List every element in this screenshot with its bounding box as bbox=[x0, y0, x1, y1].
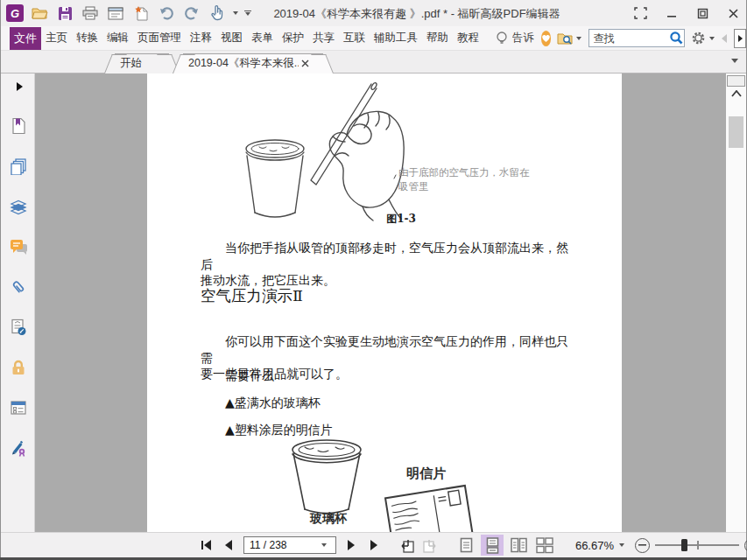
zoom-slider[interactable] bbox=[655, 538, 739, 552]
view-mode-buttons bbox=[455, 535, 556, 556]
folder-search-button[interactable] bbox=[557, 32, 581, 46]
previous-view-button[interactable] bbox=[397, 536, 418, 555]
layers-panel-button[interactable] bbox=[10, 198, 27, 215]
paperclip-icon bbox=[10, 278, 27, 296]
undo-button[interactable] bbox=[157, 4, 176, 23]
settings-caret-icon bbox=[709, 37, 715, 40]
single-page-view-button[interactable] bbox=[455, 535, 477, 556]
restore-layout-icon[interactable] bbox=[634, 7, 647, 19]
figure1-caption: 图1-3 bbox=[370, 212, 432, 227]
print-button[interactable] bbox=[81, 4, 100, 23]
digital-stamp-panel-button[interactable] bbox=[10, 318, 27, 336]
redo-button[interactable] bbox=[182, 4, 201, 23]
overflow-arrow-icon bbox=[738, 35, 743, 42]
next-view-button[interactable] bbox=[419, 536, 440, 555]
document-properties-button[interactable] bbox=[106, 4, 125, 23]
find-box bbox=[588, 29, 685, 47]
menu-item-edit[interactable]: 编辑 bbox=[102, 27, 133, 50]
document-view[interactable]: 由于底部的空气压力，水留在 吸管里 图1-3 当你把手指从吸管的顶部移走时，空气… bbox=[35, 74, 726, 532]
menu-item-home[interactable]: 主页 bbox=[41, 27, 72, 50]
comments-icon bbox=[10, 238, 29, 256]
find-input[interactable] bbox=[589, 32, 668, 45]
navigation-panel-bar bbox=[1, 74, 35, 532]
comments-panel-button[interactable] bbox=[10, 238, 27, 256]
menu-item-help[interactable]: 帮助 bbox=[422, 27, 453, 50]
continuous-view-button[interactable] bbox=[481, 535, 504, 556]
minimize-icon[interactable] bbox=[666, 8, 678, 19]
settings-button[interactable] bbox=[691, 31, 715, 46]
tab-list-dropdown-icon[interactable] bbox=[731, 59, 738, 63]
menu-item-tutorial[interactable]: 教程 bbox=[453, 27, 483, 50]
scroll-up-icon[interactable] bbox=[731, 90, 742, 97]
collapse-toolbar-icon[interactable] bbox=[722, 34, 727, 43]
toolbar-overflow-button[interactable] bbox=[734, 29, 746, 48]
new-document-star-icon bbox=[134, 5, 148, 21]
vertical-scrollbar[interactable] bbox=[726, 74, 746, 532]
menu-item-convert[interactable]: 转换 bbox=[72, 27, 102, 50]
attachments-panel-button[interactable] bbox=[10, 278, 27, 296]
menu-item-connect[interactable]: 互联 bbox=[339, 27, 370, 50]
page-thumbnails-panel-button[interactable] bbox=[10, 158, 27, 175]
folder-search-icon bbox=[557, 32, 574, 46]
signature-pen-icon bbox=[10, 439, 27, 457]
security-panel-button[interactable] bbox=[10, 359, 27, 376]
signatures-panel-button[interactable] bbox=[10, 439, 27, 457]
continuous-view-icon bbox=[486, 537, 499, 554]
last-page-button[interactable] bbox=[363, 536, 384, 555]
layers-icon bbox=[10, 198, 27, 215]
menu-item-organize[interactable]: 页面管理 bbox=[133, 27, 186, 50]
zoom-level-value[interactable]: 66.67% bbox=[568, 539, 614, 552]
page-number-input[interactable] bbox=[244, 539, 320, 551]
first-page-button[interactable] bbox=[195, 536, 216, 555]
tab-start[interactable]: 开始 bbox=[115, 53, 169, 74]
lock-icon bbox=[10, 359, 27, 376]
zoom-dropdown-icon[interactable] bbox=[619, 543, 624, 547]
page-number-dropdown-icon[interactable] bbox=[321, 543, 327, 547]
previous-page-arrow-icon bbox=[225, 540, 232, 550]
form-fields-panel-button[interactable] bbox=[10, 399, 27, 416]
tab-close-button[interactable] bbox=[299, 58, 311, 70]
facing-view-icon bbox=[511, 537, 527, 553]
pdf-page[interactable]: 由于底部的空气压力，水留在 吸管里 图1-3 当你把手指从吸管的顶部移走时，空气… bbox=[147, 74, 622, 532]
open-file-button[interactable] bbox=[30, 4, 49, 23]
menu-item-protect[interactable]: 保护 bbox=[278, 27, 308, 50]
close-icon[interactable] bbox=[728, 8, 739, 19]
menu-item-form[interactable]: 表单 bbox=[247, 27, 278, 50]
stamp-document-icon bbox=[10, 318, 27, 336]
scrollbar-thumb[interactable] bbox=[729, 116, 743, 148]
create-pdf-button[interactable] bbox=[131, 4, 151, 23]
foxit-logo-icon[interactable]: G bbox=[6, 4, 24, 22]
facing-view-button[interactable] bbox=[507, 535, 530, 556]
zoom-slider-center-tick bbox=[697, 541, 699, 550]
single-page-view-icon bbox=[460, 537, 473, 553]
collapse-toolbar-button[interactable] bbox=[727, 75, 745, 87]
save-button[interactable] bbox=[55, 4, 74, 23]
bullet-item-2: ▲塑料涂层的明信片 bbox=[225, 423, 333, 438]
title-bar: G bbox=[1, 0, 746, 26]
redo-arrow-icon bbox=[184, 6, 200, 20]
expand-panel-icon[interactable] bbox=[17, 82, 23, 91]
favorite-heart-icon[interactable] bbox=[541, 31, 552, 46]
menu-item-accessibility[interactable]: 辅助工具 bbox=[370, 27, 422, 50]
menu-item-comment[interactable]: 注释 bbox=[186, 27, 216, 50]
tab-document[interactable]: 2019-04《科学本来很... bbox=[183, 53, 323, 74]
next-page-button[interactable] bbox=[341, 536, 362, 555]
section-heading: 空气压力演示Ⅱ bbox=[201, 285, 303, 306]
menu-item-file[interactable]: 文件 bbox=[10, 27, 41, 50]
maximize-restore-icon[interactable] bbox=[697, 8, 708, 19]
search-icon[interactable] bbox=[668, 31, 684, 46]
bookmarks-panel-button[interactable] bbox=[10, 117, 27, 135]
previous-page-button[interactable] bbox=[218, 536, 239, 555]
heart-glyph bbox=[541, 34, 551, 43]
paragraph-1-line-1: 当你把手指从吸管的顶部移走时，空气压力会从顶部流出来，然后 bbox=[201, 240, 572, 272]
undo-arrow-icon bbox=[159, 6, 174, 20]
continuous-facing-view-button[interactable] bbox=[533, 535, 556, 556]
zoom-out-button[interactable] bbox=[635, 538, 650, 553]
zoom-controls: 66.67% bbox=[568, 538, 747, 553]
tell-me-area[interactable]: 告诉 bbox=[496, 31, 534, 46]
document-properties-icon bbox=[108, 7, 123, 20]
menu-item-share[interactable]: 共享 bbox=[308, 27, 339, 50]
window-controls bbox=[634, 4, 739, 23]
zoom-slider-thumb[interactable] bbox=[681, 539, 687, 551]
menu-item-view[interactable]: 视图 bbox=[216, 27, 247, 50]
